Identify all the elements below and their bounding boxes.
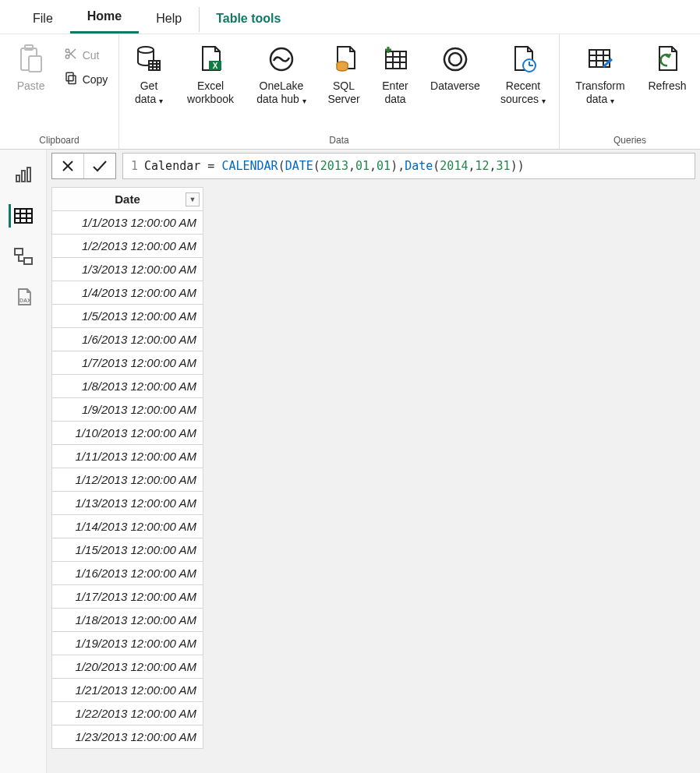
cell-date[interactable]: 1/16/2013 12:00:00 AM [52,562,203,585]
chevron-down-icon: ▾ [542,97,546,105]
cell-date[interactable]: 1/3/2013 12:00:00 AM [52,258,203,281]
table-row[interactable]: 1/19/2013 12:00:00 AM [52,632,203,655]
copy-icon [64,71,78,87]
cell-date[interactable]: 1/23/2013 12:00:00 AM [52,725,203,749]
table-row[interactable]: 1/20/2013 12:00:00 AM [52,655,203,679]
tab-file[interactable]: File [16,4,70,34]
commit-formula-button[interactable] [84,154,115,178]
onelake-button[interactable]: OneLake data hub ▾ [250,42,313,106]
onelake-label: OneLake data hub [256,79,303,105]
group-clipboard-label: Clipboard [39,135,79,147]
table-row[interactable]: 1/17/2013 12:00:00 AM [52,585,203,609]
cell-date[interactable]: 1/6/2013 12:00:00 AM [52,328,203,351]
svg-text:DAX: DAX [19,298,31,303]
ribbon-tabs: File Home Help Table tools [0,0,700,34]
nav-data-view[interactable] [9,204,35,228]
svg-rect-34 [16,175,19,182]
nav-dax-view[interactable]: DAX [10,285,37,309]
group-queries: Transform data ▾ Refresh Queries [560,34,700,149]
cell-date[interactable]: 1/4/2013 12:00:00 AM [52,281,203,305]
cell-date[interactable]: 1/22/2013 12:00:00 AM [52,702,203,725]
cell-date[interactable]: 1/11/2013 12:00:00 AM [52,445,203,468]
dataverse-button[interactable]: Dataverse [425,42,486,93]
cell-date[interactable]: 1/17/2013 12:00:00 AM [52,585,203,609]
cell-date[interactable]: 1/18/2013 12:00:00 AM [52,609,203,632]
refresh-button[interactable]: Refresh [642,42,692,93]
table-row[interactable]: 1/12/2013 12:00:00 AM [52,468,203,492]
paste-icon [18,42,44,76]
table-row[interactable]: 1/7/2013 12:00:00 AM [52,351,203,375]
cut-button[interactable]: Cut [62,45,110,65]
tab-help[interactable]: Help [139,4,199,34]
group-data: Get data ▾ X Excel workbook [119,34,560,149]
cell-date[interactable]: 1/1/2013 12:00:00 AM [52,211,203,235]
column-header-label: Date [53,192,202,206]
scissors-icon [64,47,78,63]
refresh-icon [652,42,683,76]
table-row[interactable]: 1/11/2013 12:00:00 AM [52,445,203,468]
get-data-button[interactable]: Get data ▾ [127,42,171,106]
svg-rect-7 [69,76,76,84]
get-data-label: Get data [135,79,157,105]
table-row[interactable]: 1/16/2013 12:00:00 AM [52,562,203,585]
paste-button[interactable]: Paste [9,42,53,93]
copy-label: Copy [83,73,108,86]
table-row[interactable]: 1/5/2013 12:00:00 AM [52,305,203,328]
cell-date[interactable]: 1/12/2013 12:00:00 AM [52,468,203,492]
cell-date[interactable]: 1/10/2013 12:00:00 AM [52,422,203,445]
cell-date[interactable]: 1/14/2013 12:00:00 AM [52,515,203,538]
column-filter-button[interactable]: ▼ [186,192,200,206]
table-row[interactable]: 1/14/2013 12:00:00 AM [52,515,203,538]
tab-home[interactable]: Home [70,2,139,34]
cancel-formula-button[interactable] [52,154,83,178]
table-row[interactable]: 1/22/2013 12:00:00 AM [52,702,203,725]
svg-rect-42 [15,249,23,255]
svg-rect-19 [386,51,406,69]
table-row[interactable]: 1/2/2013 12:00:00 AM [52,235,203,258]
paste-label: Paste [17,79,45,93]
table-row[interactable]: 1/23/2013 12:00:00 AM [52,725,203,749]
cell-date[interactable]: 1/2/2013 12:00:00 AM [52,235,203,258]
formula-input[interactable]: 1 Calendar = CALENDAR(DATE(2013,01,01),D… [122,153,695,179]
recent-sources-button[interactable]: Recent sources ▾ [495,42,551,106]
excel-workbook-button[interactable]: X Excel workbook [180,42,241,106]
table-row[interactable]: 1/18/2013 12:00:00 AM [52,609,203,632]
tab-table-tools[interactable]: Table tools [199,4,298,34]
table-row[interactable]: 1/6/2013 12:00:00 AM [52,328,203,351]
enter-data-button[interactable]: Enter data [375,42,415,106]
nav-report-view[interactable] [10,164,37,187]
cell-date[interactable]: 1/21/2013 12:00:00 AM [52,679,203,702]
transform-data-button[interactable]: Transform data ▾ [567,42,633,106]
formula-bar: 1 Calendar = CALENDAR(DATE(2013,01,01),D… [47,150,700,182]
cell-date[interactable]: 1/19/2013 12:00:00 AM [52,632,203,655]
recent-label: Recent sources [500,79,540,105]
cell-date[interactable]: 1/9/2013 12:00:00 AM [52,398,203,422]
table-row[interactable]: 1/10/2013 12:00:00 AM [52,422,203,445]
cell-date[interactable]: 1/15/2013 12:00:00 AM [52,538,203,562]
table-row[interactable]: 1/21/2013 12:00:00 AM [52,679,203,702]
data-grid-wrap: Date ▼ 1/1/2013 12:00:00 AM1/2/2013 12:0… [47,182,700,773]
refresh-label: Refresh [648,79,686,93]
table-row[interactable]: 1/4/2013 12:00:00 AM [52,281,203,305]
cell-date[interactable]: 1/13/2013 12:00:00 AM [52,492,203,515]
chevron-down-icon: ▾ [302,97,306,105]
nav-model-view[interactable] [10,245,37,268]
database-icon [133,42,164,76]
cell-date[interactable]: 1/20/2013 12:00:00 AM [52,655,203,679]
cell-date[interactable]: 1/5/2013 12:00:00 AM [52,305,203,328]
cell-date[interactable]: 1/7/2013 12:00:00 AM [52,351,203,375]
ribbon: Paste Cut [0,34,700,150]
cell-date[interactable]: 1/8/2013 12:00:00 AM [52,375,203,398]
formula-line-number: 1 [131,159,138,173]
table-row[interactable]: 1/8/2013 12:00:00 AM [52,375,203,398]
table-row[interactable]: 1/9/2013 12:00:00 AM [52,398,203,422]
table-row[interactable]: 1/1/2013 12:00:00 AM [52,211,203,235]
transform-icon [585,42,616,76]
table-row[interactable]: 1/13/2013 12:00:00 AM [52,492,203,515]
sql-server-button[interactable]: SQL Server [322,42,366,106]
copy-button[interactable]: Copy [62,69,110,89]
column-header-date[interactable]: Date ▼ [52,188,203,211]
formula-text: Calendar = CALENDAR(DATE(2013,01,01),Dat… [144,159,525,173]
table-row[interactable]: 1/15/2013 12:00:00 AM [52,538,203,562]
table-row[interactable]: 1/3/2013 12:00:00 AM [52,258,203,281]
